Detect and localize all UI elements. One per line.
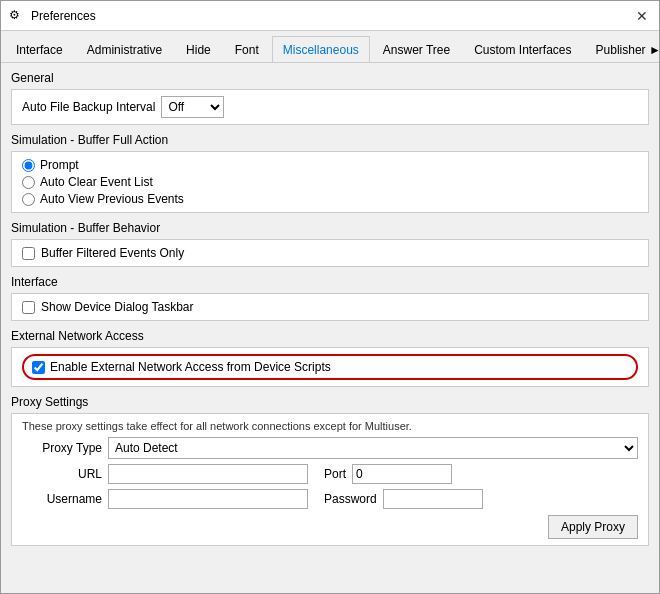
window-title: Preferences (31, 9, 96, 23)
general-box: Auto File Backup Interval Off 5 min 10 m… (11, 89, 649, 125)
enable-external-label: Enable External Network Access from Devi… (50, 360, 331, 374)
simulation-behavior-section: Simulation - Buffer Behavior Buffer Filt… (11, 221, 649, 267)
buffer-filtered-checkbox[interactable] (22, 247, 35, 260)
tab-miscellaneous[interactable]: Miscellaneous (272, 36, 370, 62)
password-label: Password (324, 492, 377, 506)
backup-select[interactable]: Off 5 min 10 min 15 min 30 min (161, 96, 224, 118)
highlight-box: Enable External Network Access from Devi… (22, 354, 638, 380)
radio-prompt-label: Prompt (40, 158, 79, 172)
general-section: General Auto File Backup Interval Off 5 … (11, 71, 649, 125)
proxy-type-select[interactable]: Auto Detect None Manual PAC Script (108, 437, 638, 459)
interface-box: Show Device Dialog Taskbar (11, 293, 649, 321)
content-area: General Auto File Backup Interval Off 5 … (1, 63, 659, 593)
simulation-buffer-section: Simulation - Buffer Full Action Prompt A… (11, 133, 649, 213)
apply-proxy-button[interactable]: Apply Proxy (548, 515, 638, 539)
device-dialog-checkbox[interactable] (22, 301, 35, 314)
tab-hide[interactable]: Hide (175, 36, 222, 62)
radio-prompt[interactable] (22, 159, 35, 172)
url-label: URL (22, 467, 102, 481)
backup-label: Auto File Backup Interval (22, 100, 155, 114)
radio-autoview-row: Auto View Previous Events (22, 192, 638, 206)
simulation-behavior-box: Buffer Filtered Events Only (11, 239, 649, 267)
backup-row: Auto File Backup Interval Off 5 min 10 m… (22, 96, 638, 118)
url-port-row: URL Port (22, 464, 638, 484)
device-dialog-label: Show Device Dialog Taskbar (41, 300, 194, 314)
radio-autoclear-row: Auto Clear Event List (22, 175, 638, 189)
url-input[interactable] (108, 464, 308, 484)
title-bar-left: ⚙ Preferences (9, 8, 96, 24)
radio-autoclear[interactable] (22, 176, 35, 189)
proxy-info: These proxy settings take effect for all… (22, 420, 638, 432)
window-icon: ⚙ (9, 8, 25, 24)
tab-administrative[interactable]: Administrative (76, 36, 173, 62)
external-network-section: External Network Access Enable External … (11, 329, 649, 387)
buffer-filtered-label: Buffer Filtered Events Only (41, 246, 184, 260)
apply-proxy-row: Apply Proxy (22, 515, 638, 539)
device-dialog-row: Show Device Dialog Taskbar (22, 300, 638, 314)
buffer-filtered-row: Buffer Filtered Events Only (22, 246, 638, 260)
tab-custom-interfaces[interactable]: Custom Interfaces (463, 36, 582, 62)
interface-section: Interface Show Device Dialog Taskbar (11, 275, 649, 321)
radio-prompt-row: Prompt (22, 158, 638, 172)
proxy-box: These proxy settings take effect for all… (11, 413, 649, 546)
tab-font[interactable]: Font (224, 36, 270, 62)
tab-publisher[interactable]: Publisher ► (585, 36, 659, 62)
preferences-window: ⚙ Preferences ✕ Interface Administrative… (0, 0, 660, 594)
proxy-type-label: Proxy Type (22, 441, 102, 455)
tab-answer-tree[interactable]: Answer Tree (372, 36, 461, 62)
enable-external-checkbox[interactable] (32, 361, 45, 374)
simulation-buffer-title: Simulation - Buffer Full Action (11, 133, 649, 147)
tab-interface[interactable]: Interface (5, 36, 74, 62)
tab-bar: Interface Administrative Hide Font Misce… (1, 31, 659, 63)
radio-autoview-label: Auto View Previous Events (40, 192, 184, 206)
title-bar: ⚙ Preferences ✕ (1, 1, 659, 31)
port-label: Port (324, 467, 346, 481)
simulation-behavior-title: Simulation - Buffer Behavior (11, 221, 649, 235)
proxy-type-row: Proxy Type Auto Detect None Manual PAC S… (22, 437, 638, 459)
radio-autoview[interactable] (22, 193, 35, 206)
interface-title: Interface (11, 275, 649, 289)
password-input[interactable] (383, 489, 483, 509)
radio-autoclear-label: Auto Clear Event List (40, 175, 153, 189)
simulation-buffer-box: Prompt Auto Clear Event List Auto View P… (11, 151, 649, 213)
port-input[interactable] (352, 464, 452, 484)
username-label: Username (22, 492, 102, 506)
proxy-section: Proxy Settings These proxy settings take… (11, 395, 649, 546)
general-title: General (11, 71, 649, 85)
username-input[interactable] (108, 489, 308, 509)
close-button[interactable]: ✕ (633, 7, 651, 25)
external-network-box: Enable External Network Access from Devi… (11, 347, 649, 387)
proxy-title: Proxy Settings (11, 395, 649, 409)
close-icon: ✕ (636, 8, 648, 24)
username-password-row: Username Password (22, 489, 638, 509)
external-network-title: External Network Access (11, 329, 649, 343)
